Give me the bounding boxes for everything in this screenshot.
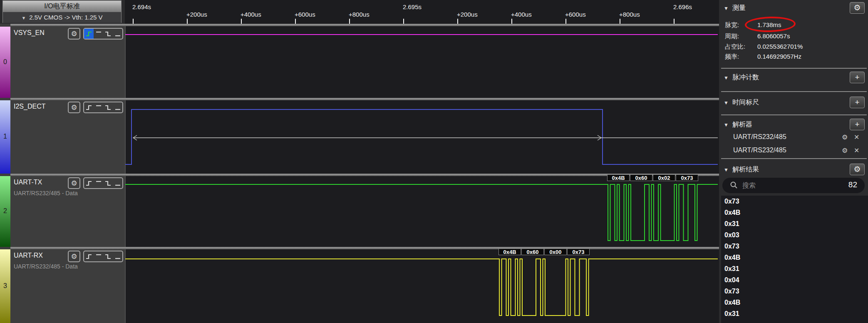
decode-result-item[interactable]: 0x4B bbox=[721, 252, 868, 263]
low-level-trigger-icon[interactable] bbox=[113, 102, 122, 112]
decoder-entry[interactable]: UART/RS232/485 bbox=[733, 133, 786, 141]
channel-decoder-label: UART/RS232/485 - Data bbox=[14, 190, 78, 196]
decode-result-item[interactable]: 0x4B bbox=[721, 297, 868, 308]
falling-edge-trigger-icon[interactable] bbox=[103, 178, 113, 188]
decoded-byte-value: 0x4B bbox=[607, 174, 630, 181]
chevron-down-icon: ▼ bbox=[21, 15, 26, 20]
io-standard-value: 2.5V CMOS -> Vth: 1.25 V bbox=[29, 14, 102, 21]
panel-divider bbox=[721, 114, 867, 115]
pulse-count-section-title: 脉冲计数 bbox=[732, 73, 759, 82]
decoder-settings-icon[interactable]: ⚙ bbox=[842, 147, 848, 154]
io-standard-selector[interactable]: ▼2.5V CMOS -> Vth: 1.25 V bbox=[3, 12, 121, 23]
ruler-tick bbox=[565, 19, 566, 24]
ruler-tick bbox=[241, 19, 242, 24]
time-ruler-section-title: 时间标尺 bbox=[732, 98, 759, 107]
chevron-down-icon[interactable]: ▼ bbox=[724, 75, 729, 81]
trigger-mode-group bbox=[83, 28, 123, 40]
measure-value: 0.0255362701% bbox=[757, 43, 803, 50]
time-ruler: 2.694s+200us+400us+600us+800us2.695s+200… bbox=[125, 0, 719, 24]
chevron-down-icon[interactable]: ▼ bbox=[724, 100, 729, 106]
ruler-tick bbox=[403, 19, 404, 24]
channel-number: 3 bbox=[0, 282, 10, 290]
io-standard-header: I/O电平标准 ▼2.5V CMOS -> Vth: 1.25 V bbox=[0, 0, 125, 24]
logic-analyzer-app: I/O电平标准 ▼2.5V CMOS -> Vth: 1.25 V 0VSYS_… bbox=[0, 0, 868, 323]
chevron-down-icon[interactable]: ▼ bbox=[724, 167, 729, 173]
rising-edge-trigger-icon[interactable] bbox=[84, 102, 94, 112]
results-settings-button[interactable]: ⚙ bbox=[850, 164, 865, 175]
ruler-tick bbox=[674, 19, 675, 24]
decoder-remove-icon[interactable]: ✕ bbox=[854, 133, 859, 141]
channel-settings-button[interactable]: ⚙ bbox=[68, 177, 80, 189]
ruler-tick-label: 2.696s bbox=[673, 3, 692, 10]
trigger-mode-group bbox=[83, 251, 123, 262]
channel-settings-button[interactable]: ⚙ bbox=[68, 102, 80, 113]
ruler-tick bbox=[187, 19, 188, 24]
time-ruler-add-button[interactable]: + bbox=[850, 97, 865, 108]
rising-edge-trigger-icon[interactable] bbox=[84, 251, 94, 261]
channel-number: 0 bbox=[0, 58, 10, 66]
decoder-add-button[interactable]: + bbox=[850, 119, 865, 130]
decoded-byte-value: 0x02 bbox=[653, 174, 675, 181]
measure-value: 0.146929057Hz bbox=[757, 53, 801, 60]
low-level-trigger-icon[interactable] bbox=[113, 29, 122, 39]
waveform-background bbox=[125, 0, 719, 323]
ruler-tick bbox=[133, 19, 134, 24]
ruler-tick bbox=[620, 19, 620, 24]
ruler-tick bbox=[511, 19, 512, 24]
ruler-tick-label: +800us bbox=[349, 11, 370, 18]
decoded-byte-value: 0x4B bbox=[498, 248, 521, 255]
falling-edge-trigger-icon[interactable] bbox=[103, 29, 113, 39]
decoder-entry[interactable]: UART/RS232/485 bbox=[733, 147, 786, 154]
decoder-remove-icon[interactable]: ✕ bbox=[854, 147, 859, 154]
ruler-tick-label: +600us bbox=[295, 11, 315, 18]
panel-divider bbox=[721, 91, 867, 92]
row-separator bbox=[10, 247, 719, 249]
ruler-tick-label: +800us bbox=[619, 11, 640, 18]
decode-result-item[interactable]: 0x31 bbox=[721, 218, 868, 229]
rising-edge-trigger-icon[interactable] bbox=[84, 178, 94, 188]
high-level-trigger-icon[interactable] bbox=[94, 178, 103, 188]
row-separator bbox=[10, 24, 719, 26]
falling-edge-trigger-icon[interactable] bbox=[103, 102, 113, 112]
measure-label: 占空比: bbox=[725, 43, 745, 51]
trigger-mode-group bbox=[83, 102, 123, 113]
low-level-trigger-icon[interactable] bbox=[113, 251, 122, 261]
row-separator bbox=[10, 98, 719, 100]
pulse-count-add-button[interactable]: + bbox=[850, 72, 865, 83]
ruler-tick-label: +600us bbox=[565, 11, 586, 18]
channel-decoder-label: UART/RS232/485 - Data bbox=[14, 263, 78, 270]
high-level-trigger-icon[interactable] bbox=[94, 29, 103, 39]
ruler-tick-label: +400us bbox=[241, 11, 261, 18]
channel-settings-button[interactable]: ⚙ bbox=[68, 28, 80, 40]
decode-result-item[interactable]: 0x04 bbox=[721, 274, 868, 286]
decode-result-item[interactable]: 0x73 bbox=[721, 241, 868, 252]
decode-result-item[interactable]: 0x73 bbox=[721, 286, 868, 297]
decode-results-list: 0x730x4B0x310x030x730x4B0x310x040x730x4B… bbox=[721, 196, 868, 323]
decode-result-item[interactable]: 0x31 bbox=[721, 308, 868, 319]
low-level-trigger-icon[interactable] bbox=[113, 178, 122, 188]
chevron-down-icon[interactable]: ▼ bbox=[724, 122, 729, 128]
decode-result-item[interactable]: 0x73 bbox=[721, 196, 868, 207]
chevron-down-icon[interactable]: ▼ bbox=[724, 5, 729, 11]
high-level-trigger-icon[interactable] bbox=[94, 251, 103, 261]
ruler-tick-label: +200us bbox=[457, 11, 478, 18]
right-panel: ▼ 测量 ⚙ 脉宽:1.738ms周期:6.8060057s占空比:0.0255… bbox=[720, 0, 868, 323]
decode-result-item[interactable]: 0x4B bbox=[721, 207, 868, 218]
decode-result-item[interactable]: 0x03 bbox=[721, 229, 868, 241]
channel-number: 2 bbox=[0, 207, 10, 215]
search-icon bbox=[730, 181, 738, 189]
decoded-byte-value: 0x60 bbox=[630, 174, 652, 181]
rising-edge-trigger-icon[interactable] bbox=[84, 29, 94, 39]
search-input[interactable] bbox=[742, 180, 839, 191]
measure-settings-button[interactable]: ⚙ bbox=[850, 2, 865, 14]
decode-result-item[interactable]: 0x31 bbox=[721, 263, 868, 274]
search-box: 82 bbox=[722, 178, 865, 193]
panel-divider bbox=[721, 158, 867, 159]
high-level-trigger-icon[interactable] bbox=[94, 102, 103, 112]
panel-divider bbox=[721, 68, 867, 69]
ruler-tick bbox=[457, 19, 458, 24]
channel-settings-button[interactable]: ⚙ bbox=[68, 251, 80, 262]
falling-edge-trigger-icon[interactable] bbox=[103, 251, 113, 261]
decoder-section-title: 解析器 bbox=[732, 120, 752, 129]
decoder-settings-icon[interactable]: ⚙ bbox=[842, 133, 848, 141]
